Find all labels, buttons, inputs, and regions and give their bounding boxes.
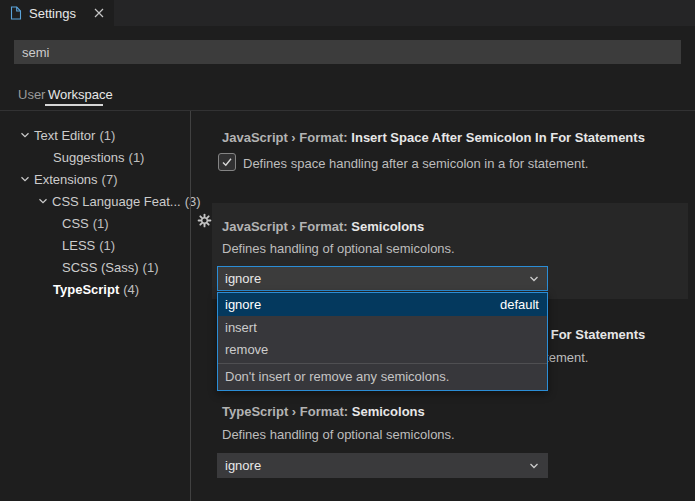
tree-item-typescript[interactable]: TypeScript (4) — [53, 278, 139, 300]
dropdown-option-insert[interactable]: insert — [218, 316, 547, 338]
tree-item-css[interactable]: CSS (1) — [62, 212, 109, 234]
tree-item-scss[interactable]: SCSS (Sass) (1) — [62, 256, 158, 278]
tree-item-text-editor[interactable]: Text Editor (1) — [20, 124, 115, 146]
setting-desc-js-insert-space: Defines space handling after a semicolon… — [243, 156, 588, 171]
settings-editor-window: Settings User Workspace Text Editor (1) … — [0, 0, 695, 501]
file-icon — [10, 6, 22, 20]
chevron-down-icon — [38, 196, 48, 206]
tree-item-suggestions[interactable]: Suggestions (1) — [53, 146, 144, 168]
chevron-down-icon — [20, 130, 30, 140]
chevron-down-icon — [20, 174, 30, 184]
tree-item-css-language-features[interactable]: CSS Language Feat... (3) — [38, 190, 201, 212]
chevron-down-icon — [528, 273, 540, 285]
tab-workspace-settings[interactable]: Workspace — [48, 86, 113, 104]
dropdown-option-remove[interactable]: remove — [218, 338, 547, 360]
setting-title-js-semicolons: JavaScript › Format: Semicolons — [222, 219, 424, 234]
setting-title-js-insert-space: JavaScript › Format: Insert Space After … — [222, 130, 645, 145]
select-value: ignore — [225, 458, 261, 473]
select-value: ignore — [225, 271, 261, 286]
gear-icon[interactable] — [197, 213, 212, 228]
active-tab-underline — [45, 104, 103, 106]
select-js-semicolons[interactable]: ignore — [217, 266, 548, 291]
select-ts-semicolons[interactable]: ignore — [217, 453, 548, 478]
semicolons-dropdown-list: ignore default insert remove Don't inser… — [217, 292, 548, 391]
close-icon[interactable] — [91, 5, 107, 21]
editor-tab-bar: Settings — [0, 0, 695, 26]
setting-title-ts-semicolons: TypeScript › Format: Semicolons — [222, 404, 425, 419]
tab-user-settings[interactable]: User — [18, 86, 45, 104]
dropdown-option-ignore[interactable]: ignore default — [218, 293, 547, 316]
tree-resize-sash[interactable] — [190, 111, 191, 501]
chevron-down-icon — [528, 460, 540, 472]
tree-item-less[interactable]: LESS (1) — [62, 234, 115, 256]
dropdown-option-description: Don't insert or remove any semicolons. — [218, 364, 547, 390]
setting-desc-ts-semicolons: Defines handling of optional semicolons. — [222, 427, 455, 442]
header-divider — [0, 110, 695, 111]
checkbox-js-insert-space[interactable] — [218, 153, 236, 171]
tree-item-extensions[interactable]: Extensions (7) — [20, 168, 117, 190]
checkmark-icon — [221, 156, 233, 168]
tab-settings[interactable]: Settings — [0, 0, 114, 26]
tab-title: Settings — [29, 6, 76, 21]
settings-search-input[interactable] — [14, 40, 681, 64]
setting-desc-js-semicolons: Defines handling of optional semicolons. — [222, 241, 455, 256]
default-badge: default — [500, 297, 539, 312]
